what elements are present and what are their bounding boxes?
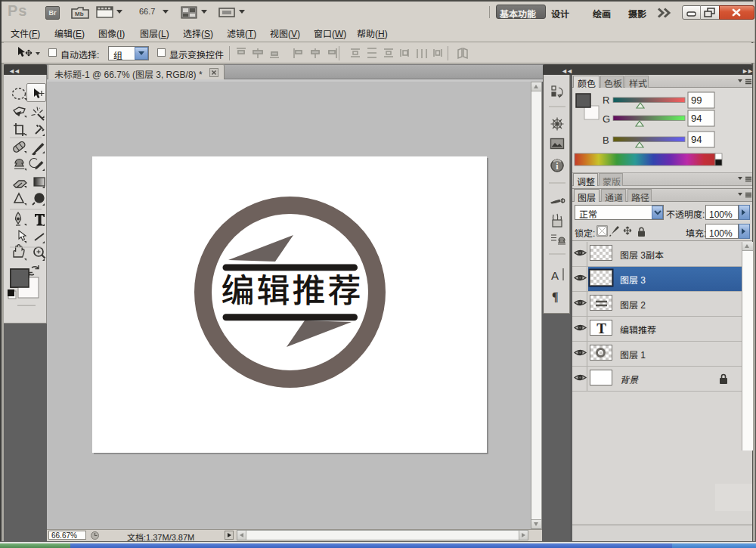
svg-text:G: G [603,113,610,125]
svg-text:B: B [603,135,609,146]
svg-text:R: R [603,94,609,106]
svg-text:编辑推荐: 编辑推荐 [222,264,364,312]
svg-text:¶: ¶ [552,290,559,303]
svg-text:Mb: Mb [75,11,84,17]
svg-text:94: 94 [691,113,702,124]
svg-text:A: A [551,269,559,282]
svg-text:99: 99 [691,94,702,106]
svg-text:94: 94 [691,134,702,145]
